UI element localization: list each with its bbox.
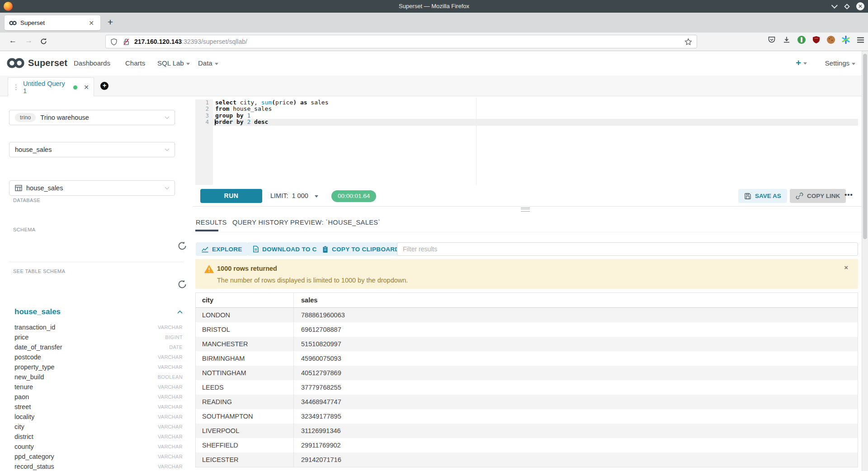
schema-select[interactable]: house_sales xyxy=(9,142,175,157)
result-row[interactable]: READING34468947747 xyxy=(196,395,858,409)
cell-city: LEICESTER xyxy=(196,452,294,467)
superset-brand[interactable]: Superset xyxy=(6,57,67,69)
forward-icon[interactable]: → xyxy=(25,36,33,45)
column-type: VARCHAR xyxy=(158,424,183,429)
query-tab[interactable]: ⋮ Untitled Query 1 ✕ xyxy=(8,77,94,97)
window-close-icon[interactable]: ✕ xyxy=(856,2,864,10)
menu-hamburger-icon[interactable] xyxy=(857,37,864,43)
tab-query-history[interactable]: QUERY HISTORY xyxy=(232,219,288,226)
schema-label: SCHEMA xyxy=(13,227,35,232)
ublock-shield-icon[interactable] xyxy=(812,36,820,44)
nav-data[interactable]: Data xyxy=(198,59,218,67)
database-value: Trino warehouse xyxy=(40,114,89,121)
reload-icon[interactable] xyxy=(40,38,47,45)
cell-city: SHEFFIELD xyxy=(196,438,294,452)
superset-favicon-icon xyxy=(9,20,17,26)
refresh-table-icon[interactable] xyxy=(177,279,187,289)
column-name: price xyxy=(14,334,28,341)
table-name-heading[interactable]: house_sales xyxy=(14,307,61,316)
filter-results-input[interactable] xyxy=(397,242,858,256)
collapse-chevron-icon[interactable] xyxy=(177,310,183,314)
schema-column-row: ppd_category VARCHAR xyxy=(14,452,183,462)
cookie-icon[interactable] xyxy=(827,36,835,44)
sql-editor[interactable]: 1234 select city, sum(price) as salesfro… xyxy=(193,96,862,185)
nav-charts[interactable]: Charts xyxy=(125,59,145,67)
extension-asterisk-icon[interactable] xyxy=(842,36,850,44)
line-number: 3 xyxy=(195,113,213,119)
table-select[interactable]: house_sales xyxy=(9,180,175,196)
pocket-icon[interactable] xyxy=(768,36,776,44)
url-bar[interactable]: 217.160.120.143:32393/superset/sqllab/ xyxy=(105,35,697,48)
sql-line[interactable]: order by 2 desc xyxy=(215,119,329,125)
schema-column-row: paon VARCHAR xyxy=(14,392,183,402)
window-maximize-icon[interactable] xyxy=(844,4,850,9)
result-row[interactable]: SOUTHAMPTON32349177895 xyxy=(196,409,858,424)
result-row[interactable]: LEEDS37779768255 xyxy=(196,380,858,395)
limit-dropdown[interactable]: LIMIT:1 000 xyxy=(270,192,318,199)
result-row[interactable]: BRISTOL69612708887 xyxy=(196,322,858,337)
column-name: tenure xyxy=(14,383,33,391)
back-icon[interactable]: ← xyxy=(9,36,17,45)
tab-preview[interactable]: PREVIEW: `HOUSE_SALES` xyxy=(290,219,381,226)
shield-icon[interactable] xyxy=(110,38,118,46)
database-select[interactable]: trino Trino warehouse xyxy=(9,110,175,125)
sql-line[interactable]: group by 1 xyxy=(215,113,329,119)
database-label: DATABASE xyxy=(13,198,40,203)
new-tab-button[interactable]: + xyxy=(104,16,117,29)
refresh-schema-icon[interactable] xyxy=(177,241,187,251)
query-status-dot xyxy=(73,85,77,89)
lock-insecure-icon[interactable] xyxy=(123,38,130,46)
sqllab-sidebar: DATABASE trino Trino warehouse SCHEMA ho… xyxy=(0,96,193,471)
alert-close-icon[interactable]: × xyxy=(844,264,848,271)
sql-line[interactable]: select city, sum(price) as sales xyxy=(215,99,329,106)
column-name: property_type xyxy=(14,363,55,371)
extension-green-icon[interactable] xyxy=(797,36,806,44)
nav-add-button[interactable]: + xyxy=(796,58,807,68)
browser-tab[interactable]: Superset ✕ xyxy=(5,15,100,30)
result-row[interactable]: LEICESTER29142071716 xyxy=(196,452,858,467)
copy-clipboard-button[interactable]: COPY TO CLIPBOARD xyxy=(316,242,405,256)
result-row[interactable]: BIRMINGHAM45960075093 xyxy=(196,351,858,366)
column-header-sales[interactable]: sales xyxy=(294,293,858,307)
result-row[interactable]: NOTTINGHAM40512797869 xyxy=(196,366,858,380)
line-number: 2 xyxy=(195,106,213,112)
drag-handle-icon[interactable]: ⋮ xyxy=(13,83,19,91)
bookmark-star-icon[interactable] xyxy=(684,38,692,46)
tab-results[interactable]: RESULTS xyxy=(196,219,227,226)
page-scrollbar[interactable] xyxy=(862,51,868,471)
result-row[interactable]: LIVERPOOL31126991346 xyxy=(196,424,858,438)
explore-button[interactable]: EXPLORE xyxy=(196,242,248,256)
cell-city: LIVERPOOL xyxy=(196,424,294,438)
download-icon[interactable] xyxy=(783,36,791,44)
query-toolbar: RUN LIMIT:1 000 00:00:01.64 SAVE AS COPY… xyxy=(193,185,862,206)
cell-sales: 32349177895 xyxy=(294,409,858,424)
nav-dashboards[interactable]: Dashboards xyxy=(74,59,110,67)
add-query-tab-button[interactable]: + xyxy=(100,82,108,90)
nav-settings[interactable]: Settings xyxy=(825,59,855,67)
copy-link-button[interactable]: COPY LINK xyxy=(790,189,846,203)
schema-column-row: county VARCHAR xyxy=(14,442,183,452)
run-button[interactable]: RUN xyxy=(200,189,262,203)
save-as-button[interactable]: SAVE AS xyxy=(738,189,787,203)
chevron-down-icon xyxy=(165,187,170,190)
tab-close-icon[interactable]: ✕ xyxy=(87,19,96,27)
result-row[interactable]: MANCHESTER51510820997 xyxy=(196,337,858,351)
alert-body: The number of rows displayed is limited … xyxy=(217,277,408,284)
sidebar-divider xyxy=(9,262,184,262)
more-options-button[interactable]: ••• xyxy=(844,191,853,198)
sql-code[interactable]: select city, sum(price) as salesfrom hou… xyxy=(215,99,329,126)
results-table: city sales LONDON788861960063BRISTOL6961… xyxy=(195,292,858,467)
column-type: VARCHAR xyxy=(158,354,183,360)
column-type: VARCHAR xyxy=(158,394,183,400)
sql-line[interactable]: from house_sales xyxy=(215,106,329,112)
column-name: ppd_category xyxy=(14,453,54,460)
nav-sql-lab[interactable]: SQL Lab xyxy=(157,59,190,67)
column-header-city[interactable]: city xyxy=(196,293,294,307)
result-row[interactable]: SHEFFIELD29911769902 xyxy=(196,438,858,452)
result-row[interactable]: LONDON788861960063 xyxy=(196,308,858,322)
pane-drag-handle-icon[interactable] xyxy=(521,207,530,212)
pane-divider[interactable] xyxy=(193,206,862,207)
query-tab-close-icon[interactable]: ✕ xyxy=(84,84,89,91)
scrollbar-thumb[interactable] xyxy=(863,54,867,239)
column-type: VARCHAR xyxy=(158,444,183,449)
